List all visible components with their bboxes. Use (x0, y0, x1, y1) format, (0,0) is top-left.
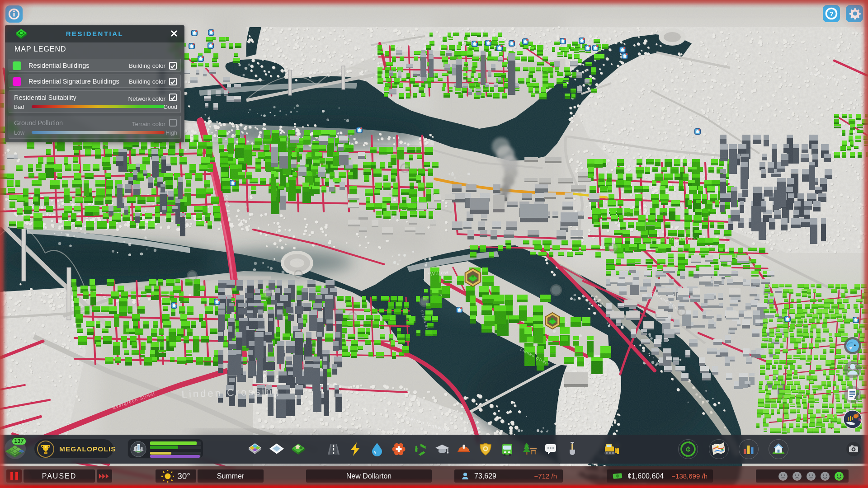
svg-text:?: ? (829, 10, 833, 18)
svg-text:¢: ¢ (686, 445, 691, 454)
